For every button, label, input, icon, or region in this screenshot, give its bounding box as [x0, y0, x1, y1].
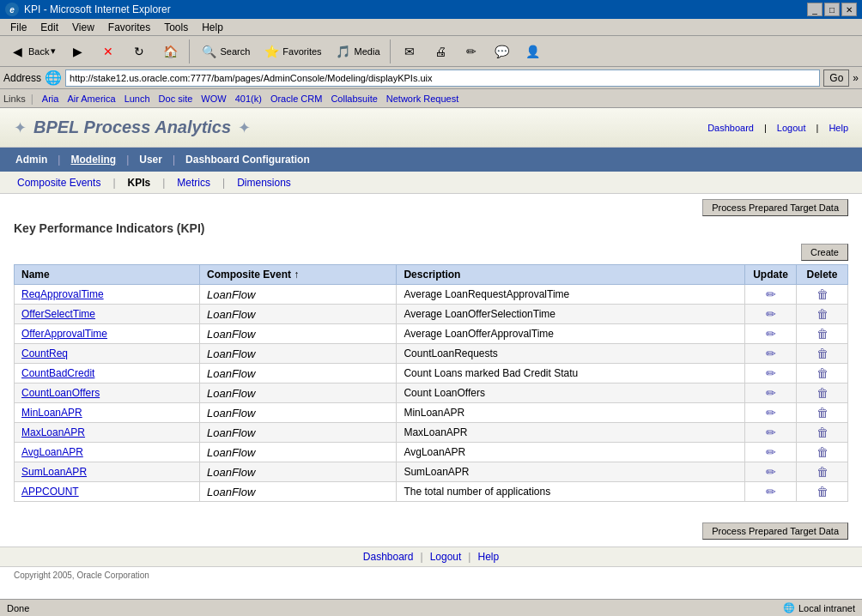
composite-event-value: LoanFlow	[207, 288, 255, 301]
description-cell: SumLoanAPR	[397, 462, 745, 482]
composite-event-value: LoanFlow	[207, 486, 255, 498]
link-lunch[interactable]: Lunch	[121, 94, 154, 104]
bpel-help-link[interactable]: Help	[829, 123, 848, 133]
kpi-name-link[interactable]: OfferSelectTime	[21, 308, 95, 320]
composite-event-value: LoanFlow	[207, 407, 255, 420]
menu-edit[interactable]: Edit	[33, 21, 65, 34]
media-button[interactable]: 🎵 Media	[330, 39, 385, 63]
process-target-data-button-bottom[interactable]: Process Prepared Target Data	[702, 522, 848, 540]
col-header-composite[interactable]: Composite Event ↑	[199, 265, 396, 285]
delete-icon[interactable]: 🗑	[816, 485, 829, 498]
composite-event-value: LoanFlow	[207, 446, 255, 459]
col-header-name: Name	[15, 265, 200, 285]
menu-view[interactable]: View	[65, 21, 101, 34]
kpi-name-link[interactable]: CountBadCredit	[21, 367, 94, 379]
maximize-button[interactable]: □	[824, 3, 840, 16]
delete-icon[interactable]: 🗑	[816, 327, 829, 341]
edit-icon: ✏	[462, 42, 481, 61]
update-icon[interactable]: ✏	[766, 485, 776, 498]
update-icon[interactable]: ✏	[766, 287, 776, 301]
main-content: Key Performance Indicators (KPI) Create …	[0, 221, 862, 516]
menu-tools[interactable]: Tools	[157, 21, 195, 34]
create-button[interactable]: Create	[801, 244, 848, 261]
close-button[interactable]: ✕	[841, 3, 857, 16]
update-icon[interactable]: ✏	[766, 406, 776, 420]
kpi-name-link[interactable]: AvgLoanAPR	[21, 446, 83, 458]
nav-tab-modeling[interactable]: Modeling	[62, 150, 124, 169]
address-label: Address	[3, 72, 41, 84]
sub-tab-metrics[interactable]: Metrics	[167, 174, 221, 191]
back-button[interactable]: ◀ Back ▾	[3, 39, 60, 63]
kpi-name-link[interactable]: MaxLoanAPR	[21, 426, 85, 438]
toolbar-divider1	[189, 39, 190, 63]
address-input[interactable]	[65, 69, 820, 87]
nav-tab-admin[interactable]: Admin	[7, 150, 56, 169]
bpel-dashboard-link[interactable]: Dashboard	[707, 123, 754, 133]
link-wow[interactable]: WOW	[197, 94, 229, 104]
link-401k[interactable]: 401(k)	[232, 94, 265, 104]
sub-tab-dimensions[interactable]: Dimensions	[227, 174, 301, 191]
sub-tab-kpis[interactable]: KPIs	[118, 174, 161, 191]
footer-dashboard-link[interactable]: Dashboard	[363, 551, 414, 563]
kpi-name-link[interactable]: CountReq	[21, 347, 68, 359]
delete-icon[interactable]: 🗑	[816, 307, 829, 321]
favorites-button[interactable]: ⭐ Favorites	[258, 39, 325, 63]
delete-icon[interactable]: 🗑	[816, 386, 829, 400]
delete-icon[interactable]: 🗑	[816, 287, 829, 301]
kpi-name-link[interactable]: OfferApprovalTime	[21, 328, 107, 340]
update-icon[interactable]: ✏	[766, 307, 776, 321]
delete-icon[interactable]: 🗑	[816, 445, 829, 459]
delete-icon[interactable]: 🗑	[816, 347, 829, 360]
edit-button[interactable]: ✏	[458, 39, 485, 63]
menu-help[interactable]: Help	[195, 21, 230, 34]
forward-button[interactable]: ▶	[64, 39, 91, 63]
link-air-america[interactable]: Air America	[64, 94, 118, 104]
mail-button[interactable]: ✉	[396, 39, 423, 63]
kpi-name-link[interactable]: APPCOUNT	[21, 486, 79, 498]
update-icon[interactable]: ✏	[766, 445, 776, 459]
zone-text: Local intranet	[798, 603, 855, 613]
kpi-name-link[interactable]: CountLoanOffers	[21, 387, 100, 399]
print-button[interactable]: 🖨	[427, 39, 454, 63]
stop-button[interactable]: ✕	[94, 39, 122, 63]
refresh-button[interactable]: ↻	[125, 39, 153, 63]
minimize-button[interactable]: _	[807, 3, 823, 16]
update-icon[interactable]: ✏	[766, 327, 776, 341]
search-button[interactable]: 🔍 Search	[195, 39, 254, 63]
link-network-request[interactable]: Network Request	[383, 94, 462, 104]
link-doc-site[interactable]: Doc site	[155, 94, 197, 104]
kpi-name-link[interactable]: ReqApprovalTime	[21, 288, 104, 300]
col-header-delete: Delete	[797, 265, 848, 285]
link-collabsuite[interactable]: Collabsuite	[327, 94, 380, 104]
link-aria[interactable]: Aria	[39, 94, 63, 104]
update-icon[interactable]: ✏	[766, 347, 776, 360]
footer-help-link[interactable]: Help	[477, 551, 499, 563]
menu-file[interactable]: File	[3, 21, 33, 34]
go-button[interactable]: Go	[823, 69, 849, 87]
kpi-name-link[interactable]: SumLoanAPR	[21, 466, 87, 478]
sub-tab-composite-events[interactable]: Composite Events	[7, 174, 111, 191]
link-oracle-crm[interactable]: Oracle CRM	[267, 94, 326, 104]
menu-favorites[interactable]: Favorites	[101, 21, 157, 34]
home-button[interactable]: 🏠	[156, 39, 184, 63]
delete-icon[interactable]: 🗑	[816, 406, 829, 420]
status-text: Done	[7, 603, 29, 613]
delete-icon[interactable]: 🗑	[816, 426, 829, 439]
footer-logout-link[interactable]: Logout	[430, 551, 462, 563]
print-icon: 🖨	[431, 42, 450, 61]
nav-tab-user[interactable]: User	[131, 150, 171, 169]
discuss-button[interactable]: 💬	[489, 39, 516, 63]
update-icon[interactable]: ✏	[766, 465, 776, 479]
process-target-data-button-top[interactable]: Process Prepared Target Data	[702, 199, 848, 216]
update-icon[interactable]: ✏	[766, 366, 776, 380]
update-icon[interactable]: ✏	[766, 386, 776, 400]
nav-tab-dashboard-config[interactable]: Dashboard Configuration	[177, 150, 319, 169]
composite-event-value: LoanFlow	[207, 367, 255, 380]
star-icon: ⭐	[262, 42, 281, 61]
messenger-button[interactable]: 👤	[519, 39, 547, 63]
kpi-name-link[interactable]: MinLoanAPR	[21, 407, 82, 419]
delete-icon[interactable]: 🗑	[816, 465, 829, 479]
bpel-logout-link[interactable]: Logout	[777, 123, 806, 133]
update-icon[interactable]: ✏	[766, 426, 776, 439]
delete-icon[interactable]: 🗑	[816, 366, 829, 380]
